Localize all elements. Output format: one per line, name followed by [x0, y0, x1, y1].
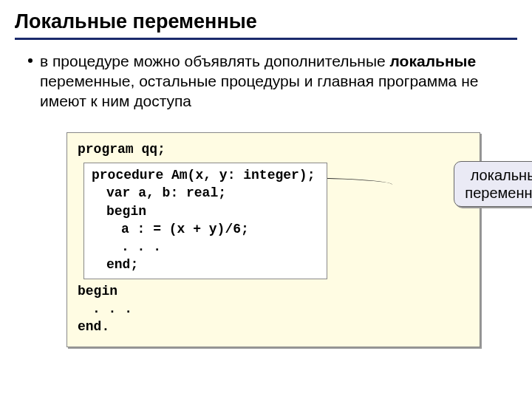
slide-title: Локальные переменные: [15, 10, 517, 40]
outer-code-box: program qq; procedure Am(x, y: integer);…: [66, 132, 480, 347]
bullet-text: в процедуре можно объявлять дополнительн…: [40, 52, 517, 112]
callout-line: переменные: [465, 184, 532, 202]
inner-code-box: procedure Am(x, y: integer); var a, b: r…: [83, 163, 327, 279]
code-line: program qq;: [78, 140, 469, 158]
code-line: . . .: [78, 300, 469, 318]
code-line: end;: [92, 256, 319, 273]
code-line: end.: [78, 318, 469, 335]
bullet-pre: в процедуре можно объявлять дополнительн…: [40, 52, 390, 69]
bullet-dot-icon: [28, 58, 33, 63]
code-block-wrap: program qq; procedure Am(x, y: integer);…: [66, 132, 480, 347]
code-line: . . .: [92, 238, 319, 256]
code-line: var a, b: real;: [92, 184, 319, 202]
code-line: begin: [78, 282, 469, 300]
bullet-post: переменные, остальные процедуры и главна…: [40, 72, 478, 109]
callout-box: локальные переменные: [454, 161, 532, 207]
code-line: procedure Am(x, y: integer);: [92, 166, 319, 184]
bullet-item: в процедуре можно объявлять дополнительн…: [28, 52, 517, 112]
code-line: begin: [92, 202, 319, 220]
callout-line: локальные: [465, 166, 532, 184]
bullet-bold: локальные: [390, 52, 477, 69]
code-line: a : = (x + y)/6;: [92, 220, 319, 238]
